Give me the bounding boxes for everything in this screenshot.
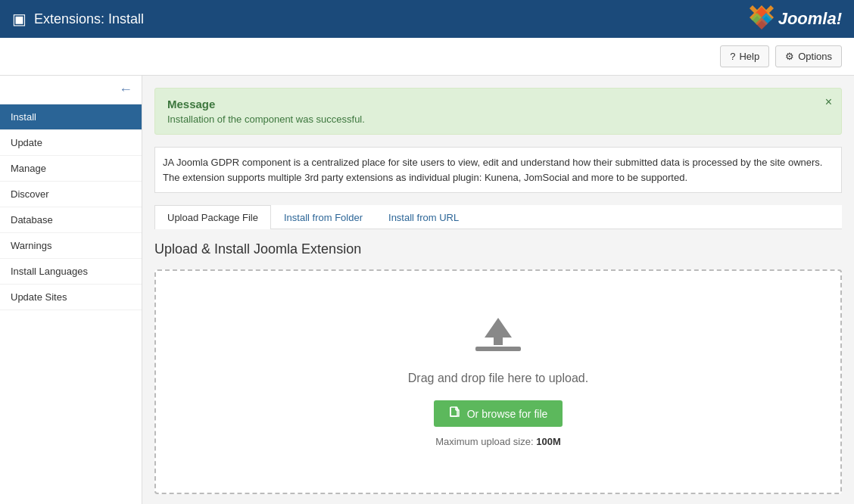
app-header: ▣ Extensions: Install Joomla! xyxy=(0,0,854,38)
main-layout: ← Install Update Manage Discover Databas… xyxy=(0,76,854,504)
sidebar-item-update[interactable]: Update xyxy=(0,130,142,156)
upload-limit: Maximum upload size: 100M xyxy=(435,436,560,447)
joomla-text: Joomla! xyxy=(778,9,842,29)
tab-upload-package[interactable]: Upload Package File xyxy=(154,205,271,229)
upload-icon xyxy=(475,316,521,356)
sidebar-toggle-area: ← xyxy=(0,76,142,104)
help-label: Help xyxy=(739,51,759,62)
gear-icon: ⚙ xyxy=(785,51,794,62)
drag-drop-text: Drag and drop file here to upload. xyxy=(408,372,588,385)
options-button[interactable]: ⚙ Options xyxy=(775,45,842,67)
sidebar-item-discover[interactable]: Discover xyxy=(0,182,142,207)
puzzle-icon: ▣ xyxy=(12,10,26,28)
sidebar-item-warnings[interactable]: Warnings xyxy=(0,233,142,259)
help-button[interactable]: ? Help xyxy=(720,45,769,67)
file-icon xyxy=(449,406,461,421)
description-text: JA Joomla GDPR component is a centralize… xyxy=(154,147,842,193)
message-box: × Message Installation of the component … xyxy=(154,88,842,135)
help-icon: ? xyxy=(730,51,735,62)
message-title: Message xyxy=(167,98,829,110)
page-title: Extensions: Install xyxy=(34,11,144,27)
section-title: Upload & Install Joomla Extension xyxy=(154,241,842,257)
message-text: Installation of the component was succes… xyxy=(167,114,829,125)
sidebar-item-update-sites[interactable]: Update Sites xyxy=(0,285,142,310)
svg-marker-1 xyxy=(485,318,512,345)
options-label: Options xyxy=(798,51,832,62)
browse-label: Or browse for file xyxy=(467,408,548,420)
joomla-logo: Joomla! xyxy=(745,2,842,36)
sidebar: ← Install Update Manage Discover Databas… xyxy=(0,76,142,504)
toolbar: ? Help ⚙ Options xyxy=(0,38,854,76)
joomla-icon xyxy=(745,2,778,36)
main-content: × Message Installation of the component … xyxy=(142,76,854,504)
sidebar-item-database[interactable]: Database xyxy=(0,207,142,233)
svg-rect-0 xyxy=(475,347,521,351)
header-left: ▣ Extensions: Install xyxy=(12,10,144,28)
sidebar-item-install-languages[interactable]: Install Languages xyxy=(0,259,142,285)
browse-button[interactable]: Or browse for file xyxy=(434,400,563,427)
upload-drop-zone[interactable]: Drag and drop file here to upload. Or br… xyxy=(154,269,842,494)
sidebar-item-manage[interactable]: Manage xyxy=(0,156,142,182)
tab-install-from-url[interactable]: Install from URL xyxy=(376,205,472,229)
sidebar-item-install[interactable]: Install xyxy=(0,104,142,130)
sidebar-toggle-button[interactable]: ← xyxy=(119,82,132,98)
tab-bar: Upload Package File Install from Folder … xyxy=(154,205,842,229)
tab-install-from-folder[interactable]: Install from Folder xyxy=(271,205,376,229)
limit-label: Maximum upload size: xyxy=(435,436,533,447)
message-close-button[interactable]: × xyxy=(825,96,832,108)
limit-value: 100M xyxy=(536,436,561,447)
